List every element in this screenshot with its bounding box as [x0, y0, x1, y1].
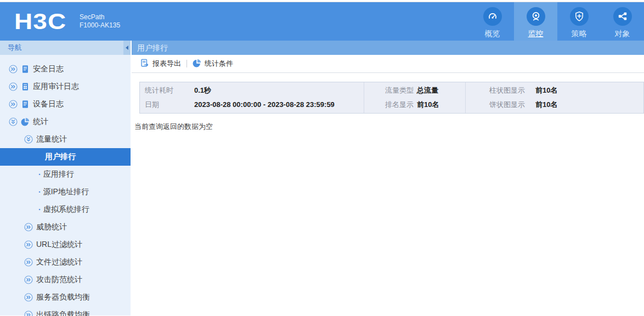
- sidebar-item-app-ranking[interactable]: ·应用排行: [0, 166, 131, 183]
- product-name: SecPath F1000-AK135: [80, 13, 120, 30]
- chevrons-right-circle-icon[interactable]: [9, 65, 18, 74]
- chevrons-right-circle-icon[interactable]: [24, 275, 33, 284]
- sidebar-item-label: 统计: [33, 117, 48, 127]
- toolbar-button-label: 统计条件: [205, 59, 233, 69]
- sidebar-item-security-log[interactable]: 安全日志: [0, 60, 131, 78]
- summary-cell: 饼状图显示前10名: [489, 101, 643, 109]
- chevrons-right-circle-icon[interactable]: [24, 223, 33, 232]
- summary-cell: 排名显示前10名: [385, 101, 465, 109]
- sidebar-item-app-audit-log[interactable]: 应用审计日志: [0, 78, 131, 95]
- empty-message: 当前查询返回的数据为空: [134, 122, 644, 132]
- chevrons-down-circle-icon[interactable]: [24, 135, 33, 144]
- collapse-left-icon: [126, 46, 128, 50]
- sidebar-item-label: 威胁统计: [36, 222, 67, 232]
- summary-label: 饼状图显示: [489, 101, 535, 109]
- summary-value: 0.1秒: [194, 87, 211, 94]
- chevrons-right-circle-icon[interactable]: [24, 311, 33, 316]
- sidebar-item-label: 攻击防范统计: [36, 275, 82, 285]
- summary-cell: 流量类型总流量: [385, 87, 465, 94]
- sidebar-title-bar: 导航: [0, 41, 131, 55]
- summary-label: 日期: [145, 101, 194, 109]
- sidebar-item-file-filter-stats[interactable]: 文件过滤统计: [0, 253, 131, 271]
- toolbar: 报表导出统计条件: [132, 55, 644, 73]
- toolbar-button-label: 报表导出: [152, 59, 181, 69]
- product-line1: SecPath: [80, 13, 120, 21]
- log-doc-icon: [21, 100, 30, 109]
- summary-column: 流量类型总流量排名显示前10名: [364, 82, 465, 113]
- sidebar-item-label: 用户排行: [45, 152, 76, 162]
- sidebar-item-outbound-link-load-balance[interactable]: 出链路负载均衡: [0, 306, 131, 316]
- sidebar-item-label: 流量统计: [36, 134, 67, 144]
- sidebar-item-label: 源IP地址排行: [43, 187, 89, 197]
- pie-chart-icon: [193, 59, 201, 69]
- tab-label: 策略: [572, 29, 587, 39]
- h3c-logo: H3C: [14, 9, 66, 35]
- main-area: 用户排行 报表导出统计条件 统计耗时0.1秒日期2023-08-28 00:00…: [132, 41, 644, 315]
- export-report-button[interactable]: 报表导出: [135, 59, 187, 69]
- share-icon: [613, 7, 632, 26]
- chevrons-right-circle-icon[interactable]: [24, 258, 33, 267]
- pie-chart-icon: [21, 117, 30, 126]
- sidebar-item-label: 文件过滤统计: [36, 257, 82, 267]
- summary-cell: 日期2023-08-28 00:00:00 - 2023-08-28 23:59…: [145, 101, 364, 109]
- summary-value: 前10名: [535, 101, 557, 109]
- webcam-icon: [527, 7, 545, 26]
- sidebar: 导航 安全日志应用审计日志设备日志统计流量统计用户排行·应用排行·源IP地址排行…: [0, 41, 132, 315]
- log-doc-icon: [21, 65, 30, 74]
- tab-label: 对象: [615, 29, 630, 39]
- sidebar-item-statistics[interactable]: 统计: [0, 113, 131, 131]
- summary-cell: 柱状图显示前10名: [489, 87, 643, 94]
- sidebar-item-device-log[interactable]: 设备日志: [0, 95, 131, 113]
- chevrons-right-circle-icon[interactable]: [9, 82, 18, 91]
- sidebar-item-label: URL过滤统计: [36, 240, 82, 250]
- sidebar-item-label: 应用审计日志: [33, 82, 79, 92]
- chevrons-right-circle-icon[interactable]: [9, 100, 18, 109]
- bullet-icon: ·: [38, 205, 41, 214]
- app-header: H3C SecPath F1000-AK135 概览监控策略对象: [0, 2, 644, 41]
- tab-label: 概览: [485, 29, 500, 39]
- summary-value: 2023-08-28 00:00:00 - 2023-08-28 23:59:5…: [194, 101, 335, 109]
- sidebar-item-server-load-balance[interactable]: 服务器负载均衡: [0, 289, 131, 306]
- tab-monitor[interactable]: 监控: [514, 2, 557, 41]
- sidebar-item-label: 设备日志: [33, 99, 64, 109]
- summary-value: 前10名: [417, 101, 439, 109]
- summary-label: 统计耗时: [145, 87, 194, 94]
- sidebar-item-label: 出链路负载均衡: [36, 310, 90, 316]
- page-title: 用户排行: [132, 41, 644, 55]
- sidebar-item-label: 虚拟系统排行: [43, 205, 89, 215]
- chevrons-down-circle-icon[interactable]: [9, 117, 18, 126]
- bullet-icon: ·: [38, 188, 41, 196]
- tab-policy[interactable]: 策略: [557, 2, 601, 41]
- summary-cell: 统计耗时0.1秒: [145, 87, 364, 94]
- sidebar-item-label: 服务器负载均衡: [36, 292, 90, 302]
- summary-label: 柱状图显示: [489, 87, 535, 94]
- summary-value: 总流量: [417, 87, 438, 94]
- shield-plus-icon: [570, 7, 589, 26]
- bullet-icon: ·: [38, 170, 41, 179]
- tab-label: 监控: [528, 29, 544, 39]
- summary-label: 排名显示: [385, 101, 417, 109]
- gauge-icon: [483, 7, 502, 26]
- sidebar-item-source-ip-ranking[interactable]: ·源IP地址排行: [0, 183, 131, 201]
- sidebar-item-traffic-stats[interactable]: 流量统计: [0, 131, 131, 148]
- tab-objects[interactable]: 对象: [601, 2, 644, 41]
- sidebar-title: 导航: [8, 43, 22, 53]
- sidebar-item-attack-prevention-stats[interactable]: 攻击防范统计: [0, 271, 131, 289]
- summary-column: 统计耗时0.1秒日期2023-08-28 00:00:00 - 2023-08-…: [140, 82, 364, 113]
- sidebar-item-url-filter-stats[interactable]: URL过滤统计: [0, 236, 131, 253]
- summary-label: 流量类型: [385, 87, 417, 94]
- summary-column: 柱状图显示前10名饼状图显示前10名: [465, 82, 643, 113]
- product-line2: F1000-AK135: [80, 21, 120, 30]
- tab-overview[interactable]: 概览: [471, 2, 514, 41]
- header-tabs: 概览监控策略对象: [471, 2, 644, 41]
- chevrons-right-circle-icon[interactable]: [24, 293, 33, 302]
- content: 统计耗时0.1秒日期2023-08-28 00:00:00 - 2023-08-…: [132, 73, 644, 132]
- sidebar-item-virtual-system-ranking[interactable]: ·虚拟系统排行: [0, 201, 131, 218]
- sidebar-item-user-ranking[interactable]: 用户排行: [0, 148, 131, 166]
- sidebar-item-threat-stats[interactable]: 威胁统计: [0, 218, 131, 236]
- chevrons-right-circle-icon[interactable]: [24, 240, 33, 249]
- export-report-icon: [140, 59, 149, 69]
- sidebar-item-label: 应用排行: [43, 170, 74, 179]
- sidebar-collapse-button[interactable]: [123, 41, 131, 55]
- stat-conditions-button[interactable]: 统计条件: [187, 59, 239, 69]
